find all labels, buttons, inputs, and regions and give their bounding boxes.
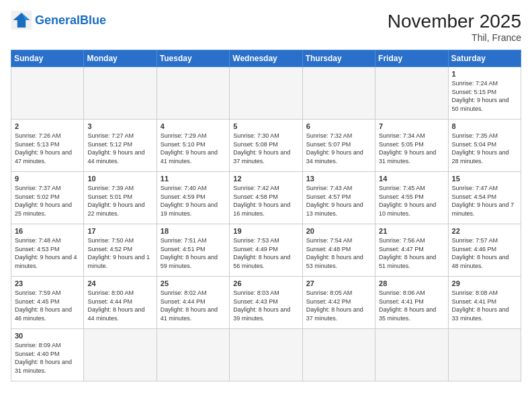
day-info: Sunrise: 7:32 AMSunset: 5:07 PMDaylight:… [306, 132, 371, 165]
calendar-cell: 1Sunrise: 7:24 AMSunset: 5:15 PMDaylight… [448, 67, 521, 120]
calendar-week-2: 2Sunrise: 7:26 AMSunset: 5:13 PMDaylight… [11, 120, 521, 172]
col-tuesday: Tuesday [157, 50, 229, 67]
calendar-cell: 7Sunrise: 7:34 AMSunset: 5:05 PMDaylight… [375, 120, 448, 172]
header: GeneralBlue November 2025 Thil, France [11, 11, 521, 43]
calendar-week-1: 1Sunrise: 7:24 AMSunset: 5:15 PMDaylight… [11, 67, 521, 120]
day-number: 17 [87, 227, 152, 235]
calendar-cell: 6Sunrise: 7:32 AMSunset: 5:07 PMDaylight… [302, 120, 375, 172]
calendar-cell: 11Sunrise: 7:40 AMSunset: 4:59 PMDayligh… [157, 172, 229, 224]
day-info: Sunrise: 7:50 AMSunset: 4:52 PMDaylight:… [87, 236, 152, 270]
logo-text: GeneralBlue [35, 13, 106, 28]
calendar-cell: 26Sunrise: 8:03 AMSunset: 4:43 PMDayligh… [230, 277, 302, 329]
calendar-cell [11, 67, 84, 120]
col-saturday: Saturday [448, 50, 521, 67]
calendar-cell: 15Sunrise: 7:47 AMSunset: 4:54 PMDayligh… [448, 172, 521, 224]
page: GeneralBlue November 2025 Thil, France S… [0, 0, 532, 411]
day-number: 18 [161, 227, 226, 235]
day-number: 10 [87, 175, 152, 183]
day-number: 26 [233, 279, 298, 287]
day-info: Sunrise: 7:56 AMSunset: 4:47 PMDaylight:… [379, 236, 444, 270]
day-number: 21 [379, 227, 444, 235]
calendar-cell [84, 67, 157, 120]
calendar-cell [230, 67, 302, 120]
day-number: 22 [452, 227, 517, 235]
calendar-cell [302, 329, 375, 381]
calendar-cell: 9Sunrise: 7:37 AMSunset: 5:02 PMDaylight… [11, 172, 84, 224]
day-number: 20 [306, 227, 371, 235]
day-number: 4 [161, 122, 226, 130]
logo: GeneralBlue [11, 11, 106, 30]
calendar-cell: 25Sunrise: 8:02 AMSunset: 4:44 PMDayligh… [157, 277, 229, 329]
calendar-body: 1Sunrise: 7:24 AMSunset: 5:15 PMDaylight… [11, 67, 521, 381]
day-number: 6 [306, 122, 371, 130]
day-number: 9 [15, 175, 80, 183]
day-info: Sunrise: 7:30 AMSunset: 5:08 PMDaylight:… [233, 132, 298, 165]
calendar-cell: 2Sunrise: 7:26 AMSunset: 5:13 PMDaylight… [11, 120, 84, 172]
calendar-header: Sunday Monday Tuesday Wednesday Thursday… [11, 50, 521, 67]
logo-general: General [35, 13, 80, 27]
title-block: November 2025 Thil, France [388, 11, 521, 43]
day-number: 5 [233, 122, 298, 130]
calendar-week-3: 9Sunrise: 7:37 AMSunset: 5:02 PMDaylight… [11, 172, 521, 224]
calendar-cell: 30Sunrise: 8:09 AMSunset: 4:40 PMDayligh… [11, 329, 84, 381]
day-info: Sunrise: 8:05 AMSunset: 4:42 PMDaylight:… [306, 289, 371, 322]
calendar-cell: 22Sunrise: 7:57 AMSunset: 4:46 PMDayligh… [448, 224, 521, 277]
col-sunday: Sunday [11, 50, 84, 67]
day-number: 25 [161, 279, 226, 287]
calendar-table: Sunday Monday Tuesday Wednesday Thursday… [11, 50, 521, 381]
calendar-cell: 5Sunrise: 7:30 AMSunset: 5:08 PMDaylight… [230, 120, 302, 172]
day-info: Sunrise: 7:26 AMSunset: 5:13 PMDaylight:… [15, 132, 80, 165]
day-number: 13 [306, 175, 371, 183]
calendar-cell [302, 67, 375, 120]
col-wednesday: Wednesday [230, 50, 302, 67]
day-info: Sunrise: 8:09 AMSunset: 4:40 PMDaylight:… [15, 341, 80, 375]
calendar-cell: 8Sunrise: 7:35 AMSunset: 5:04 PMDaylight… [448, 120, 521, 172]
calendar-cell [375, 329, 448, 381]
col-monday: Monday [84, 50, 157, 67]
day-number: 24 [87, 279, 152, 287]
calendar-cell: 18Sunrise: 7:51 AMSunset: 4:51 PMDayligh… [157, 224, 229, 277]
calendar-subtitle: Thil, France [388, 32, 521, 43]
day-info: Sunrise: 7:45 AMSunset: 4:55 PMDaylight:… [379, 184, 444, 218]
day-info: Sunrise: 7:43 AMSunset: 4:57 PMDaylight:… [306, 184, 371, 218]
calendar-cell: 13Sunrise: 7:43 AMSunset: 4:57 PMDayligh… [302, 172, 375, 224]
calendar-cell [84, 329, 157, 381]
day-info: Sunrise: 7:48 AMSunset: 4:53 PMDaylight:… [15, 236, 80, 270]
day-number: 23 [15, 279, 80, 287]
day-info: Sunrise: 7:34 AMSunset: 5:05 PMDaylight:… [379, 132, 444, 165]
day-info: Sunrise: 7:24 AMSunset: 5:15 PMDaylight:… [452, 79, 517, 113]
calendar-week-5: 23Sunrise: 7:59 AMSunset: 4:45 PMDayligh… [11, 277, 521, 329]
calendar-cell: 28Sunrise: 8:06 AMSunset: 4:41 PMDayligh… [375, 277, 448, 329]
day-number: 8 [452, 122, 517, 130]
calendar-cell: 21Sunrise: 7:56 AMSunset: 4:47 PMDayligh… [375, 224, 448, 277]
logo-icon [11, 11, 32, 30]
day-number: 14 [379, 175, 444, 183]
day-number: 12 [233, 175, 298, 183]
day-info: Sunrise: 7:40 AMSunset: 4:59 PMDaylight:… [161, 184, 226, 218]
calendar-cell: 24Sunrise: 8:00 AMSunset: 4:44 PMDayligh… [84, 277, 157, 329]
calendar-cell: 29Sunrise: 8:08 AMSunset: 4:41 PMDayligh… [448, 277, 521, 329]
day-info: Sunrise: 7:29 AMSunset: 5:10 PMDaylight:… [161, 132, 226, 165]
calendar-cell: 19Sunrise: 7:53 AMSunset: 4:49 PMDayligh… [230, 224, 302, 277]
day-info: Sunrise: 7:39 AMSunset: 5:01 PMDaylight:… [87, 184, 152, 218]
calendar-week-4: 16Sunrise: 7:48 AMSunset: 4:53 PMDayligh… [11, 224, 521, 277]
calendar-cell [230, 329, 302, 381]
header-row: Sunday Monday Tuesday Wednesday Thursday… [11, 50, 521, 67]
day-number: 19 [233, 227, 298, 235]
col-thursday: Thursday [302, 50, 375, 67]
day-number: 7 [379, 122, 444, 130]
day-info: Sunrise: 7:59 AMSunset: 4:45 PMDaylight:… [15, 289, 80, 322]
day-info: Sunrise: 8:02 AMSunset: 4:44 PMDaylight:… [161, 289, 226, 322]
day-info: Sunrise: 7:47 AMSunset: 4:54 PMDaylight:… [452, 184, 517, 218]
day-info: Sunrise: 7:57 AMSunset: 4:46 PMDaylight:… [452, 236, 517, 270]
calendar-week-6: 30Sunrise: 8:09 AMSunset: 4:40 PMDayligh… [11, 329, 521, 381]
day-info: Sunrise: 7:54 AMSunset: 4:48 PMDaylight:… [306, 236, 371, 270]
day-number: 29 [452, 279, 517, 287]
calendar-cell: 10Sunrise: 7:39 AMSunset: 5:01 PMDayligh… [84, 172, 157, 224]
calendar-cell: 12Sunrise: 7:42 AMSunset: 4:58 PMDayligh… [230, 172, 302, 224]
logo-blue: Blue [80, 13, 106, 27]
day-number: 27 [306, 279, 371, 287]
day-info: Sunrise: 7:51 AMSunset: 4:51 PMDaylight:… [161, 236, 226, 270]
calendar-title: November 2025 [388, 11, 521, 32]
day-info: Sunrise: 7:27 AMSunset: 5:12 PMDaylight:… [87, 132, 152, 165]
